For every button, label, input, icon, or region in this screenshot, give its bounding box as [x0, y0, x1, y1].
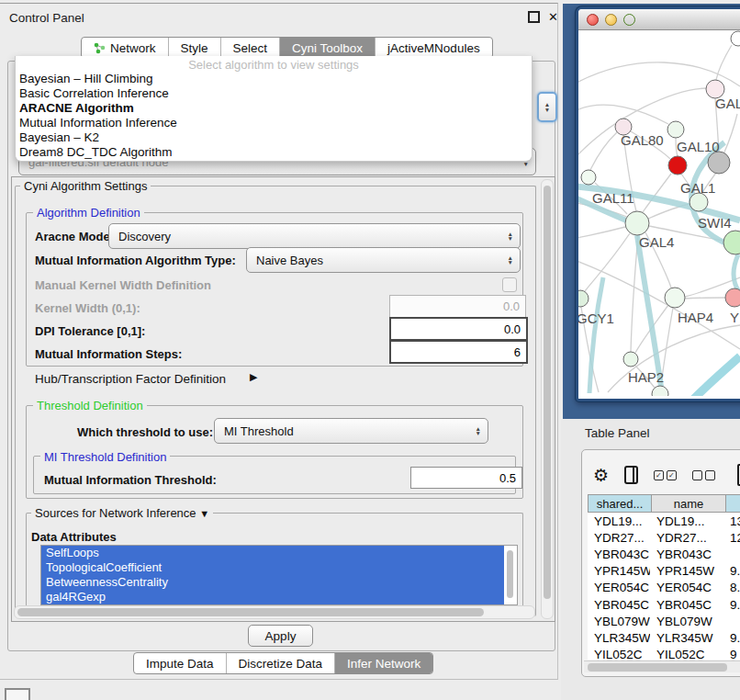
- algorithm-option[interactable]: ARACNE Algorithm: [16, 101, 532, 116]
- collapsed-arrow-icon[interactable]: ▶: [250, 371, 257, 383]
- network-canvas[interactable]: GAL80GAL10GAL1GAL11GAL4SWI4GCY1HAP4YHAP2…: [578, 30, 740, 399]
- column-browser-icon[interactable]: [624, 466, 638, 484]
- table-cell: YBR045C: [588, 598, 650, 612]
- tab-cyni-toolbox[interactable]: Cyni Toolbox: [280, 38, 376, 58]
- close-traffic-light-icon[interactable]: [587, 14, 599, 26]
- hub-definition-toggle[interactable]: Hub/Transcription Factor Definition: [35, 372, 226, 386]
- mi-steps-input[interactable]: 6: [389, 340, 528, 364]
- combo-arrows-icon: ▲▼: [508, 255, 513, 265]
- settings-scrollbar-track[interactable]: [541, 179, 554, 619]
- network-node-gal10[interactable]: [667, 121, 684, 138]
- column-header[interactable]: name: [652, 494, 726, 513]
- settings-hscrollbar-thumb[interactable]: [17, 608, 484, 616]
- expanded-arrow-icon: ▼: [199, 508, 209, 519]
- table-row[interactable]: YBR045CYBR045C9.: [588, 596, 740, 613]
- algorithm-option[interactable]: Bayesian – Hill Climbing: [16, 72, 532, 86]
- network-node-y[interactable]: [725, 288, 740, 307]
- algorithm-option[interactable]: Mutual Information Inference: [16, 116, 532, 130]
- combo-arrows-icon: ▲▼: [508, 231, 513, 242]
- zoom-traffic-light-icon[interactable]: [623, 14, 635, 26]
- tab-network[interactable]: Network: [82, 38, 169, 58]
- table-row[interactable]: YBR043CYBR043C: [588, 546, 740, 562]
- mi-threshold-input[interactable]: 0.5: [410, 467, 522, 489]
- table-row[interactable]: YER054CYER054C8.: [588, 580, 740, 596]
- node-table: shared...name YDL19...YDL19...13YDR27...…: [588, 494, 740, 660]
- table-row[interactable]: YBL079WYBL079W: [588, 613, 740, 629]
- network-graph: GAL80GAL10GAL1GAL11GAL4SWI4GCY1HAP4YHAP2…: [578, 30, 740, 396]
- data-attribute-item[interactable]: BetweennessCentrality: [41, 575, 504, 590]
- network-window-titlebar[interactable]: [578, 9, 740, 30]
- node-label: HAP2: [628, 369, 664, 385]
- data-attribute-item[interactable]: gal4RGexp: [41, 590, 504, 604]
- table-cell: YLR345W: [588, 631, 650, 645]
- data-attribute-item[interactable]: TopologicalCoefficient: [41, 560, 504, 575]
- node-label: HAP4: [678, 310, 713, 325]
- table-row[interactable]: YLR345WYLR345W9.: [588, 629, 740, 646]
- manual-kernel-width-checkbox[interactable]: [502, 277, 517, 292]
- network-node-swi4[interactable]: [723, 231, 740, 254]
- threshold-definition-title: Threshold Definition: [33, 399, 147, 412]
- network-node-gcy1[interactable]: [578, 290, 589, 307]
- algorithm-option[interactable]: Bayesian – K2: [16, 130, 532, 145]
- tab-infer-network[interactable]: Infer Network: [335, 653, 432, 673]
- column-header[interactable]: [726, 494, 740, 513]
- dpi-tolerance-label: DPI Tolerance [0,1]:: [35, 324, 145, 338]
- network-edge: [578, 261, 740, 349]
- minimize-traffic-light-icon[interactable]: [605, 14, 617, 26]
- network-node[interactable]: [668, 156, 687, 175]
- algorithm-combo-arrow-button[interactable]: ▲▼: [537, 92, 557, 122]
- float-window-icon[interactable]: [528, 11, 540, 23]
- table-row[interactable]: YPR145WYPR145W9.: [588, 563, 740, 580]
- table-row[interactable]: YIL052CYIL052C9: [588, 647, 740, 660]
- table-row[interactable]: YDL19...YDL19...13: [588, 513, 740, 529]
- which-threshold-combo[interactable]: MI Threshold ▲▼: [214, 418, 488, 444]
- network-node[interactable]: [731, 31, 740, 46]
- network-node-hap2[interactable]: [623, 352, 638, 367]
- cyni-algorithm-settings-title: Cyni Algorithm Settings: [20, 179, 151, 193]
- settings-hscrollbar-track[interactable]: [14, 605, 535, 619]
- tab-label: Style: [181, 41, 208, 55]
- network-node-hap4[interactable]: [665, 288, 685, 308]
- dpi-tolerance-input[interactable]: 0.0: [389, 317, 528, 341]
- tab-select[interactable]: Select: [221, 38, 281, 58]
- data-attributes-list[interactable]: SelfLoopsTopologicalCoefficientBetweenne…: [40, 545, 518, 605]
- table-cell: 13: [723, 514, 740, 528]
- network-node-gal1[interactable]: [690, 193, 708, 211]
- network-node-gal11[interactable]: [581, 170, 596, 185]
- node-label: GAL4: [639, 234, 674, 250]
- sources-group-title[interactable]: Sources for Network Inference ▼: [31, 506, 213, 520]
- tab-style[interactable]: Style: [169, 38, 221, 58]
- tab-impute-data[interactable]: Impute Data: [134, 653, 227, 673]
- mi-algorithm-type-combo[interactable]: Naive Bayes ▲▼: [246, 247, 521, 273]
- deselect-all-columns-icon[interactable]: [692, 470, 715, 480]
- aracne-mode-label: Aracne Mode:: [35, 230, 114, 243]
- table-cell: 9: [723, 648, 740, 660]
- close-icon[interactable]: ✕: [548, 11, 558, 23]
- node-label: GCY1: [578, 310, 614, 326]
- tab-discretize-data[interactable]: Discretize Data: [227, 653, 336, 673]
- select-all-columns-icon[interactable]: ✓✓: [654, 470, 677, 480]
- column-header[interactable]: shared...: [588, 494, 652, 513]
- tab-jactivemnodules[interactable]: jActiveMNodules: [376, 38, 492, 58]
- network-edge: [687, 356, 740, 396]
- table-cell: 8.: [723, 581, 740, 594]
- network-node-gal4[interactable]: [625, 211, 649, 235]
- node-label: SWI4: [698, 215, 732, 231]
- table-row[interactable]: YDR27...YDR27...12: [588, 529, 740, 546]
- algorithm-option[interactable]: Basic Correlation Inference: [16, 86, 532, 101]
- apply-button[interactable]: Apply: [248, 625, 313, 647]
- settings-scrollbar-thumb[interactable]: [544, 186, 551, 599]
- control-panel-window: Control Panel ✕ NetworkStyleSelectCyni T…: [0, 3, 558, 680]
- table-cell: YDL19...: [588, 514, 650, 528]
- network-node[interactable]: [708, 152, 730, 174]
- data-attribute-item[interactable]: SelfLoops: [41, 546, 504, 560]
- kernel-width-input[interactable]: 0.0: [389, 295, 526, 318]
- corner-widget-icon[interactable]: [5, 688, 30, 700]
- list-scrollbar-thumb[interactable]: [507, 550, 513, 598]
- gear-icon[interactable]: ⚙: [593, 465, 609, 486]
- table-hscrollbar-thumb[interactable]: [588, 663, 727, 672]
- algorithm-option[interactable]: Dream8 DC_TDC Algorithm: [16, 145, 532, 160]
- combo-arrows-icon: ▲▼: [476, 426, 481, 436]
- aracne-mode-combo[interactable]: Discovery ▲▼: [108, 223, 521, 249]
- table-hscrollbar-track[interactable]: [584, 660, 740, 672]
